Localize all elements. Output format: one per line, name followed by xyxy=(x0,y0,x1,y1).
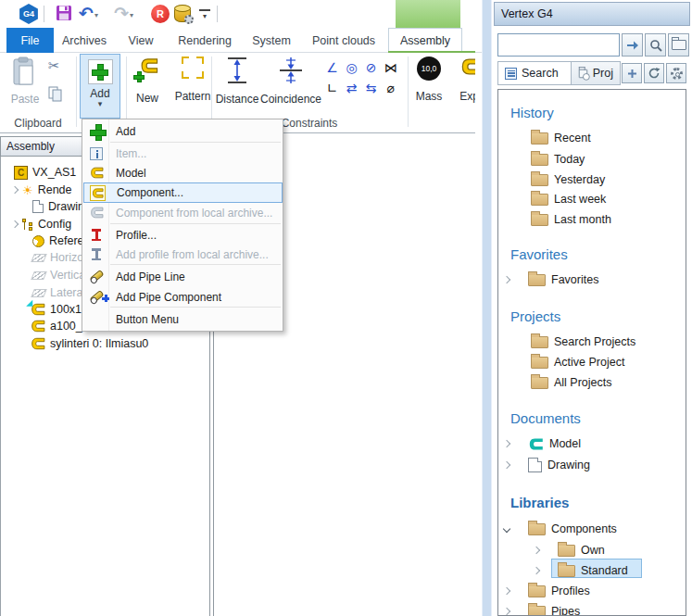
search-go-button[interactable] xyxy=(622,33,643,57)
browse-button[interactable] xyxy=(668,33,689,57)
tree-item[interactable]: ☀ Rende xyxy=(12,182,72,198)
menu-item-label: Add Pipe Line xyxy=(109,270,185,283)
tree-item[interactable]: Drawin xyxy=(32,198,84,215)
chevron-right-icon[interactable] xyxy=(533,567,540,574)
coincidence-button[interactable]: Coincidence xyxy=(261,57,321,106)
chevron-right-icon[interactable] xyxy=(503,461,510,469)
folder-icon xyxy=(528,606,546,616)
search-button[interactable] xyxy=(645,33,666,57)
folder-icon xyxy=(531,174,548,186)
chevron-right-icon[interactable] xyxy=(503,608,510,615)
tree-item-pipes[interactable]: Pipes xyxy=(504,602,580,616)
search-input[interactable] xyxy=(497,33,620,57)
chevron-right-icon[interactable] xyxy=(533,547,540,554)
perpendicular-constraint-icon[interactable]: ∟ xyxy=(322,78,342,98)
tree-item-drawing[interactable]: Drawing xyxy=(504,456,590,474)
refresh-button[interactable] xyxy=(644,63,664,83)
tree-item[interactable]: a100_b xyxy=(31,318,89,334)
add-favorite-button[interactable] xyxy=(622,63,642,83)
copy-button[interactable] xyxy=(48,86,63,107)
tree-item-search-projects[interactable]: Search Projects xyxy=(531,333,635,351)
tab-file[interactable]: File xyxy=(6,28,54,53)
tree-item-model[interactable]: Model xyxy=(504,434,581,453)
tab-search[interactable]: Search xyxy=(497,61,572,85)
tree-item-today[interactable]: Today xyxy=(531,150,585,169)
gear-icon xyxy=(184,15,194,24)
tree-item-active-project[interactable]: Active Project xyxy=(531,353,624,371)
redo-dropdown-caret[interactable]: ▾ xyxy=(130,11,133,19)
menu-item-profile[interactable]: Profile... xyxy=(83,225,283,245)
toolbar-separator xyxy=(44,6,44,22)
tree-item[interactable]: Vertica xyxy=(32,267,85,283)
tree-item-own[interactable]: Own xyxy=(534,541,605,559)
chevron-right-icon[interactable] xyxy=(503,440,510,447)
tree-item-components[interactable]: Components xyxy=(504,520,617,538)
diameter-constraint-icon[interactable]: ⌀ xyxy=(381,78,400,98)
concentric-constraint-icon[interactable]: ◎ xyxy=(342,57,361,78)
pattern-button[interactable]: Pattern xyxy=(169,57,217,103)
app-logo[interactable]: G4 xyxy=(19,4,39,24)
save-button[interactable] xyxy=(56,5,72,25)
panel-splitter[interactable] xyxy=(482,0,492,616)
tree-item[interactable]: Config xyxy=(12,216,71,233)
angle-constraint-icon[interactable]: ∠ xyxy=(322,57,342,78)
chevron-down-icon[interactable] xyxy=(503,525,510,533)
tree-item[interactable]: Refere xyxy=(32,233,84,249)
tab-rendering[interactable]: Rendering xyxy=(173,28,236,53)
tab-assembly[interactable]: Assembly xyxy=(388,28,462,53)
menu-item-pipe-line[interactable]: Add Pipe Line xyxy=(83,267,283,286)
menu-item-component[interactable]: Component... xyxy=(83,182,283,203)
tab-view[interactable]: View xyxy=(118,28,164,53)
parallel-constraint-icon[interactable]: ⇄ xyxy=(342,78,361,98)
menu-item-pipe-component[interactable]: Add Pipe Component xyxy=(83,287,283,307)
tree-item-standard[interactable]: Standard xyxy=(534,561,628,580)
opposed-constraint-icon[interactable]: ⇆ xyxy=(361,78,381,98)
database-settings-button[interactable] xyxy=(174,6,191,22)
component-icon xyxy=(31,336,45,351)
menu-item-button-menu[interactable]: Button Menu xyxy=(83,309,283,329)
menu-item-component-archive[interactable]: Component from local archive... xyxy=(83,203,283,222)
menu-item-model[interactable]: Model xyxy=(83,163,283,182)
new-button[interactable]: New xyxy=(130,57,165,105)
vertex-panel-titlebar[interactable]: Vertex G4 xyxy=(494,2,690,26)
chevron-right-icon[interactable] xyxy=(503,587,510,595)
tree-item[interactable]: sylinteri 0: Ilmiasu0 xyxy=(31,335,148,352)
chevron-right-icon[interactable] xyxy=(11,186,19,194)
tree-item-all-projects[interactable]: All Projects xyxy=(531,373,612,392)
tab-point-clouds[interactable]: Point clouds xyxy=(305,28,383,53)
settings-button[interactable] xyxy=(666,63,686,83)
tree-item[interactable]: Horizo xyxy=(32,249,83,266)
tree-item-last-month[interactable]: Last month xyxy=(531,210,611,229)
chevron-right-icon[interactable] xyxy=(11,220,19,228)
tree-item-last-week[interactable]: Last week xyxy=(531,190,606,208)
menu-item-add[interactable]: Add xyxy=(83,121,283,141)
tree-item-profiles[interactable]: Profiles xyxy=(504,582,590,600)
tree-item[interactable]: Latera xyxy=(32,284,82,301)
redo-button[interactable]: ↷ ▾ xyxy=(114,4,133,24)
tree-item[interactable]: 100x10 xyxy=(31,301,88,318)
toolbar-overflow-button[interactable]: ▾ xyxy=(199,9,210,20)
tree-item-favorites[interactable]: Favorites xyxy=(504,270,598,289)
menu-item-profile-archive[interactable]: Add profile from local archive... xyxy=(83,245,283,264)
tab-archives[interactable]: Archives xyxy=(57,28,112,53)
chevron-right-icon[interactable] xyxy=(503,276,510,283)
menu-item-item[interactable]: Item... xyxy=(83,144,283,163)
paste-button[interactable] xyxy=(11,57,37,92)
explode-button[interactable]: Expl xyxy=(452,57,475,103)
tangent-constraint-icon[interactable]: ⊘ xyxy=(361,57,381,78)
tree-item-yesterday[interactable]: Yesterday xyxy=(531,170,605,189)
render-quick-button[interactable]: R xyxy=(151,5,170,23)
distance-button[interactable]: Distance xyxy=(213,57,261,106)
undo-button[interactable]: ↶ ▾ xyxy=(79,4,98,24)
cut-button[interactable]: ✂ xyxy=(48,57,60,74)
tree-item-label: Last week xyxy=(554,193,606,206)
tree-item-recent[interactable]: Recent xyxy=(531,129,591,147)
add-dropdown-caret[interactable]: ▾ xyxy=(98,100,103,107)
tab-system[interactable]: System xyxy=(244,28,299,53)
tab-projects[interactable]: Proj xyxy=(572,61,621,85)
symmetry-constraint-icon[interactable]: ⋈ xyxy=(381,57,400,78)
mass-button[interactable]: 10,0 Mass xyxy=(411,57,447,103)
undo-dropdown-caret[interactable]: ▾ xyxy=(94,11,98,19)
tree-item-root[interactable]: C VX_AS1 xyxy=(14,164,76,181)
add-button[interactable]: Add ▾ xyxy=(80,54,120,119)
